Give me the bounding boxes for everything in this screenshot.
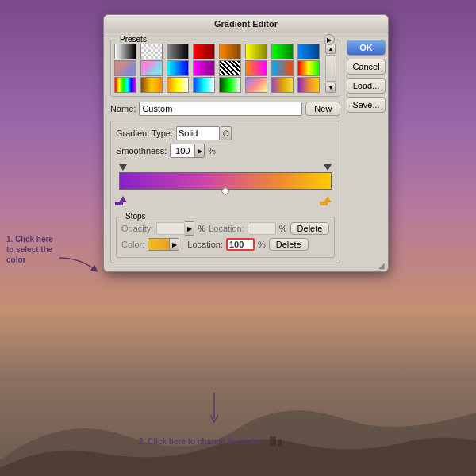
gradient-editor-dialog: Gradient Editor Presets ▶ bbox=[103, 14, 389, 272]
name-row: Name: New bbox=[110, 102, 340, 116]
new-button[interactable]: New bbox=[305, 102, 340, 116]
preset-17[interactable] bbox=[114, 77, 136, 93]
svg-rect-0 bbox=[270, 436, 276, 446]
opacity-input[interactable] bbox=[156, 222, 185, 235]
load-button[interactable]: Load... bbox=[347, 78, 385, 94]
svg-rect-1 bbox=[278, 439, 282, 446]
opacity-label: Opacity: bbox=[121, 224, 153, 233]
color-swatch-wrap[interactable]: ▶ bbox=[148, 238, 179, 251]
color-swatch[interactable] bbox=[148, 238, 170, 251]
color-delete-button[interactable]: Delete bbox=[269, 238, 309, 251]
preset-9[interactable] bbox=[114, 60, 136, 76]
name-label: Name: bbox=[110, 104, 136, 113]
opacity-delete-button[interactable]: Delete bbox=[290, 222, 330, 235]
opacity-arrow[interactable]: ▶ bbox=[185, 221, 194, 236]
dialog-title: Gradient Editor bbox=[214, 19, 278, 29]
opacity-location-pct: % bbox=[279, 224, 287, 233]
opacity-pct: % bbox=[198, 224, 205, 233]
preset-23[interactable] bbox=[271, 77, 294, 93]
dialog-left: Presets ▶ bbox=[110, 40, 340, 263]
stops-legend: Stops bbox=[123, 212, 148, 221]
name-input[interactable] bbox=[139, 102, 302, 116]
gradient-bar-section bbox=[116, 163, 335, 205]
color-location-input[interactable] bbox=[226, 238, 255, 251]
preset-10[interactable] bbox=[140, 60, 163, 76]
presets-menu-btn[interactable]: ▶ bbox=[324, 34, 335, 45]
opacity-stop-left[interactable] bbox=[119, 164, 127, 171]
dialog-body: Presets ▶ bbox=[104, 33, 388, 263]
preset-7[interactable] bbox=[271, 44, 294, 60]
preset-13[interactable] bbox=[219, 60, 241, 76]
preset-5[interactable] bbox=[219, 44, 241, 60]
color-location-label: Location: bbox=[187, 240, 223, 249]
preset-24[interactable] bbox=[298, 77, 320, 93]
color-stops-row bbox=[121, 194, 330, 205]
preset-14[interactable] bbox=[245, 60, 267, 76]
gradient-type-input[interactable] bbox=[176, 126, 220, 140]
gradient-section: Gradient Type: ⬡ Smoothness: ▶ % bbox=[110, 121, 340, 263]
color-row: Color: ▶ Location: % Delete bbox=[121, 238, 329, 251]
scroll-track[interactable] bbox=[325, 55, 336, 82]
gradient-type-row: Gradient Type: ⬡ bbox=[116, 126, 335, 140]
preset-22[interactable] bbox=[245, 77, 267, 93]
cancel-button[interactable]: Cancel bbox=[347, 59, 385, 75]
smoothness-pct: % bbox=[208, 146, 216, 155]
opacity-location-label: Location: bbox=[209, 224, 244, 233]
arrow-2-svg bbox=[202, 389, 226, 428]
dialog-right: OK Cancel Load... Save... bbox=[347, 40, 385, 263]
hills-svg bbox=[0, 317, 476, 476]
dialog-titlebar: Gradient Editor bbox=[104, 15, 388, 33]
preset-4[interactable] bbox=[193, 44, 215, 60]
preset-11[interactable] bbox=[167, 60, 189, 76]
smoothness-arrow[interactable]: ▶ bbox=[195, 144, 205, 158]
smoothness-row: Smoothness: ▶ % bbox=[116, 144, 335, 158]
preset-21[interactable] bbox=[219, 77, 241, 93]
color-stop-right[interactable] bbox=[324, 196, 332, 205]
preset-18[interactable] bbox=[140, 77, 163, 93]
preset-19[interactable] bbox=[167, 77, 189, 93]
color-label: Color: bbox=[121, 240, 144, 249]
opacity-location-input[interactable] bbox=[248, 222, 276, 235]
preset-15[interactable] bbox=[271, 60, 294, 76]
preset-8[interactable] bbox=[298, 44, 320, 60]
preset-3[interactable] bbox=[167, 44, 189, 60]
resize-handle[interactable]: ◢ bbox=[378, 261, 385, 270]
smoothness-label: Smoothness: bbox=[116, 146, 167, 155]
presets-group: Presets ▶ bbox=[110, 40, 340, 97]
preset-16[interactable] bbox=[298, 60, 320, 76]
presets-scrollbar[interactable]: ▲ ▼ bbox=[325, 44, 336, 93]
ok-button[interactable]: OK bbox=[347, 40, 385, 56]
preset-6[interactable] bbox=[245, 44, 267, 60]
presets-grid bbox=[114, 44, 323, 93]
stops-group: Stops Opacity: ▶ % Location: % Delete bbox=[116, 217, 335, 258]
gradient-bar-outer bbox=[119, 172, 332, 190]
opacity-input-wrap: ▶ bbox=[156, 221, 194, 236]
annotation-2: 2. Click here to change the color bbox=[139, 437, 261, 446]
opacity-row: Opacity: ▶ % Location: % Delete bbox=[121, 221, 329, 236]
preset-2[interactable] bbox=[140, 44, 163, 60]
scroll-down-btn[interactable]: ▼ bbox=[325, 83, 336, 93]
gradient-type-arrow[interactable]: ⬡ bbox=[221, 126, 232, 140]
opacity-stops-row bbox=[121, 163, 330, 172]
preset-20[interactable] bbox=[193, 77, 215, 93]
save-button[interactable]: Save... bbox=[347, 97, 385, 113]
gradient-type-label: Gradient Type: bbox=[116, 129, 173, 138]
preset-1[interactable] bbox=[114, 44, 136, 60]
play-icon[interactable]: ▶ bbox=[324, 34, 335, 45]
color-location-pct: % bbox=[258, 240, 266, 249]
smoothness-input-wrap: ▶ bbox=[170, 144, 205, 158]
opacity-stop-right[interactable] bbox=[324, 164, 332, 171]
preset-12[interactable] bbox=[193, 60, 215, 76]
presets-legend: Presets bbox=[117, 35, 149, 44]
gradient-type-select-wrap: ⬡ bbox=[176, 126, 232, 140]
presets-grid-wrap: ▲ ▼ bbox=[114, 44, 336, 93]
color-stop-left[interactable] bbox=[119, 196, 127, 205]
color-arrow-btn[interactable]: ▶ bbox=[170, 238, 179, 251]
smoothness-input[interactable] bbox=[170, 144, 195, 158]
